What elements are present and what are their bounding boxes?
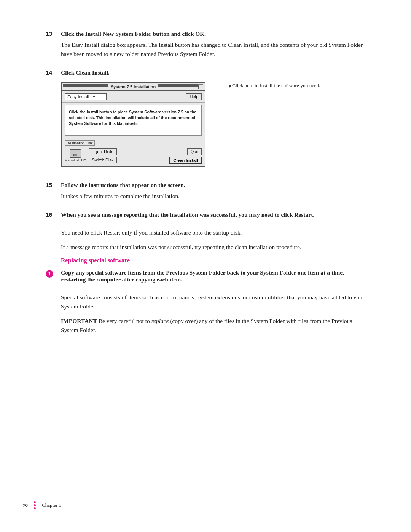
replacing-special-software-heading: Replacing special software: [61, 257, 365, 264]
dialog-title-text: System 7.5 Installation: [111, 85, 156, 89]
step-13-content: Click the Install New System Folder butt…: [61, 30, 365, 62]
easy-install-select[interactable]: Easy Install: [65, 93, 107, 100]
step-16-body1: You need to click Restart only if you in…: [61, 228, 365, 237]
important-para: IMPORTANT Be very careful not to replace…: [61, 316, 365, 335]
step-13-body: The Easy Install dialog box appears. The…: [61, 40, 365, 59]
title-lines-right: [158, 84, 203, 89]
select-arrow-icon: [92, 96, 96, 98]
step-14-label: Click Clean Install.: [61, 69, 365, 76]
step-16: 16 When you see a message reporting that…: [46, 211, 365, 221]
annotation-arrow-icon: [209, 83, 232, 89]
clean-install-button[interactable]: Clean Install: [169, 157, 202, 164]
disk-name-label: Macintosh HD: [65, 158, 86, 162]
footer-buttons-col: Eject Disk Switch Disk: [89, 148, 117, 163]
easy-install-label: Easy Install: [67, 94, 89, 99]
footer-dot-2: [34, 504, 36, 506]
dialog-close-box[interactable]: [198, 84, 203, 89]
footer-dot-1: [34, 501, 36, 503]
step-14-content: Click Clean Install. System 7.5 Installa…: [61, 69, 365, 175]
step-13-label: Click the Install New System Folder butt…: [61, 30, 365, 37]
step-15-content: Follow the instructions that appear on t…: [61, 182, 365, 204]
dest-disk-row: Macintosh HD Eject Disk Switch Disk: [65, 148, 117, 163]
quit-clean-col: Quit Clean Install: [169, 148, 202, 164]
step-15-label: Follow the instructions that appear on t…: [61, 182, 365, 189]
section-step-1-label: Copy any special software items from the…: [61, 269, 365, 283]
step-14: 14 Click Clean Install. System 7.5 Insta…: [46, 69, 365, 175]
step-15-body: It takes a few minutes to complete the i…: [61, 192, 365, 201]
section-step-1-content: Copy any special software items from the…: [61, 269, 365, 286]
annotation-text: Click here to install the software you n…: [232, 82, 320, 89]
section-step-1-circle: 1: [46, 270, 53, 278]
step-14-number: 14: [46, 69, 57, 76]
step-15: 15 Follow the instructions that appear o…: [46, 182, 365, 204]
section-step-1: 1 Copy any special software items from t…: [46, 269, 365, 286]
dialog-title-bar: System 7.5 Installation: [62, 83, 205, 91]
annotation-wrapper: Click here to install the software you n…: [209, 82, 320, 89]
dialog-footer: Destination Disk Macintosh HD Eject Disk…: [62, 138, 205, 166]
dest-disk-label: Destination Disk: [65, 140, 95, 146]
annotation-arrow-container: [209, 83, 232, 89]
section-step-1-body: Special software consists of items such …: [61, 293, 365, 311]
section-step-1-num-wrapper: 1: [46, 269, 61, 278]
step-16-content: When you see a message reporting that th…: [61, 211, 365, 221]
step-16-label: When you see a message reporting that th…: [61, 211, 365, 218]
footer-right-col: Macintosh HD Eject Disk Switch Disk Quit…: [65, 148, 202, 164]
step-15-number: 15: [46, 182, 57, 189]
quit-button[interactable]: Quit: [187, 148, 202, 155]
svg-marker-1: [229, 85, 232, 88]
important-italic-text: replace: [151, 318, 169, 324]
annotation-area: Click here to install the software you n…: [206, 82, 320, 96]
disk-icon-shape: [70, 149, 81, 158]
switch-disk-button[interactable]: Switch Disk: [89, 157, 117, 163]
dialog-box: System 7.5 Installation Easy Install Hel…: [61, 82, 206, 167]
step-13-number: 13: [46, 30, 57, 37]
dialog-screenshot-area: System 7.5 Installation Easy Install Hel…: [61, 82, 365, 167]
important-body-text: Be very careful not to: [97, 318, 151, 324]
step-16-number: 16: [46, 211, 57, 218]
step-16-body2: If a message reports that installation w…: [61, 243, 365, 252]
disk-icon: Macintosh HD: [65, 149, 86, 162]
page-footer: 76 Chapter 5: [0, 501, 411, 509]
important-label: IMPORTANT: [61, 318, 97, 324]
help-button[interactable]: Help: [186, 93, 202, 100]
dialog-toolbar: Easy Install Help: [62, 91, 205, 103]
page-number: 76: [23, 502, 28, 508]
footer-dot-3: [34, 507, 36, 509]
step-13: 13 Click the Install New System Folder b…: [46, 30, 365, 62]
eject-disk-button[interactable]: Eject Disk: [89, 148, 117, 155]
chapter-label: Chapter 5: [42, 502, 61, 508]
title-lines-left: [63, 84, 108, 89]
dialog-body-text: Click the Install button to place System…: [65, 105, 202, 136]
footer-dots-decoration: [34, 501, 36, 509]
